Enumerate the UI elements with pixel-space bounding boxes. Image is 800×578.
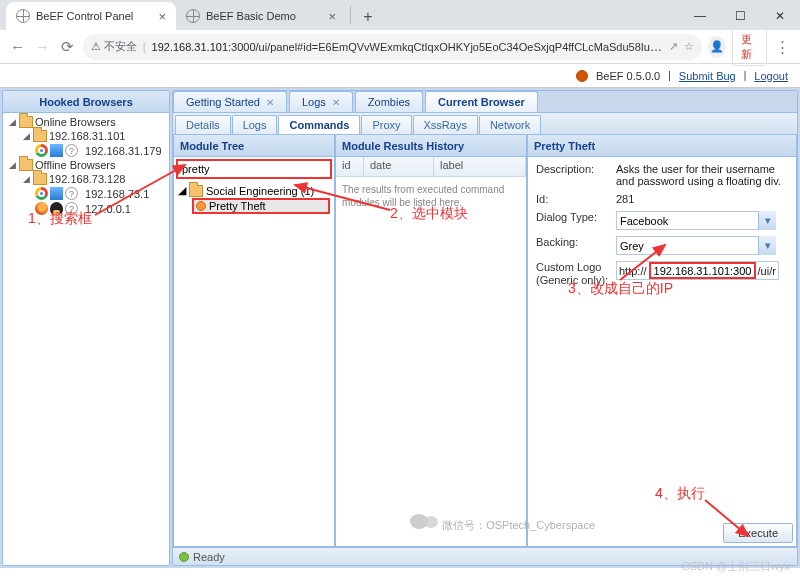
tab-zombies[interactable]: Zombies: [355, 91, 423, 112]
history-empty-msg: The results from executed command module…: [336, 177, 526, 215]
insecure-badge: ⚠ 不安全: [91, 39, 137, 54]
status-bullet-icon: [196, 201, 206, 211]
question-icon: ?: [65, 144, 78, 157]
top-tabs: Getting Started✕ Logs✕ Zombies Current B…: [173, 91, 797, 113]
address-bar[interactable]: ⚠ 不安全 | 192.168.31.101:3000/ui/panel#id=…: [83, 34, 703, 60]
tab-logs-top[interactable]: Logs✕: [289, 91, 353, 112]
tab-getting-started[interactable]: Getting Started✕: [173, 91, 287, 112]
windows-icon: [50, 187, 63, 200]
close-window-button[interactable]: ✕: [760, 2, 800, 30]
subtab-commands[interactable]: Commands: [278, 115, 360, 134]
module-detail-panel: Pretty Theft Description:Asks the user f…: [527, 135, 797, 547]
hooked-browsers-panel: Hooked Browsers ◢Online Browsers ◢192.16…: [2, 90, 170, 566]
close-icon[interactable]: ✕: [332, 97, 340, 108]
module-search-input[interactable]: [176, 159, 332, 179]
subtab-network[interactable]: Network: [479, 115, 541, 134]
forward-button[interactable]: →: [33, 35, 52, 59]
menu-button[interactable]: ⋮: [773, 35, 792, 59]
new-tab-button[interactable]: +: [355, 4, 381, 30]
folder-icon: [19, 116, 33, 128]
main-panel: Getting Started✕ Logs✕ Zombies Current B…: [172, 90, 798, 566]
status-dot-icon: [179, 552, 189, 562]
submit-bug-link[interactable]: Submit Bug: [679, 70, 736, 82]
subtab-details[interactable]: Details: [175, 115, 231, 134]
dialog-type-select[interactable]: [616, 211, 776, 230]
beef-logo-icon: [576, 70, 588, 82]
subtab-logs[interactable]: Logs: [232, 115, 278, 134]
module-tree-panel: Module Tree ◢Social Engineering (1) Pret…: [173, 135, 335, 547]
logo-suffix: /ui/r: [756, 265, 778, 277]
sub-tabs: Details Logs Commands Proxy XssRays Netw…: [173, 113, 797, 135]
module-results-panel: Module Results History id date label The…: [335, 135, 527, 547]
reload-button[interactable]: ⟳: [58, 35, 77, 59]
tree-host[interactable]: ◢192.168.73.128: [19, 172, 167, 186]
question-icon: ?: [65, 202, 78, 215]
offline-browsers-node[interactable]: ◢Offline Browsers: [5, 158, 167, 172]
share-icon[interactable]: ↗: [669, 40, 678, 53]
firefox-icon: [35, 202, 48, 215]
panel-title: Pretty Theft: [528, 135, 796, 157]
close-icon[interactable]: ×: [158, 9, 166, 24]
logo-label: Custom Logo (Generic only):: [536, 261, 616, 287]
globe-icon: [16, 9, 30, 23]
online-browsers-node[interactable]: ◢Online Browsers: [5, 115, 167, 129]
update-button[interactable]: 更新: [732, 28, 767, 66]
dialog-label: Dialog Type:: [536, 211, 616, 223]
url-text: 192.168.31.101:3000/ui/panel#id=E6EmQVvW…: [152, 40, 664, 54]
panel-title: Hooked Browsers: [3, 91, 169, 113]
chrome-icon: [35, 187, 48, 200]
star-icon[interactable]: ☆: [684, 40, 694, 53]
folder-icon: [189, 185, 203, 197]
history-columns: id date label: [336, 157, 526, 177]
profile-avatar[interactable]: 👤: [708, 36, 725, 58]
tree-host[interactable]: ◢192.168.31.101: [19, 129, 167, 143]
close-icon[interactable]: ×: [328, 9, 336, 24]
panel-title: Module Tree: [174, 135, 334, 157]
maximize-button[interactable]: ☐: [720, 2, 760, 30]
tab-title: BeEF Basic Demo: [206, 10, 322, 22]
app-header: BeEF 0.5.0.0 | Submit Bug | Logout: [0, 64, 800, 88]
version-label: BeEF 0.5.0.0: [596, 70, 660, 82]
id-label: Id:: [536, 193, 616, 205]
id-value: 281: [616, 193, 788, 205]
desc-label: Description:: [536, 163, 616, 175]
tree-browser[interactable]: ? 192.168.73.1: [33, 186, 167, 201]
module-item-pretty-theft[interactable]: Pretty Theft: [192, 198, 330, 214]
panel-title: Module Results History: [336, 135, 526, 157]
tree-browser[interactable]: ? 192.168.31.179: [33, 143, 167, 158]
subtab-proxy[interactable]: Proxy: [361, 115, 411, 134]
folder-icon: [19, 159, 33, 171]
folder-icon: [33, 173, 47, 185]
status-bar: Ready: [173, 547, 797, 565]
tree-browser[interactable]: ? 127.0.0.1: [33, 201, 167, 216]
browser-tab[interactable]: BeEF Basic Demo ×: [176, 2, 346, 30]
back-button[interactable]: ←: [8, 35, 27, 59]
backing-select[interactable]: [616, 236, 776, 255]
browser-tab-active[interactable]: BeEF Control Panel ×: [6, 2, 176, 30]
subtab-xssrays[interactable]: XssRays: [413, 115, 478, 134]
question-icon: ?: [65, 187, 78, 200]
minimize-button[interactable]: —: [680, 2, 720, 30]
desc-value: Asks the user for their username and pas…: [616, 163, 788, 187]
execute-button[interactable]: Execute: [723, 523, 793, 543]
backing-label: Backing:: [536, 236, 616, 248]
chrome-icon: [35, 144, 48, 157]
tab-title: BeEF Control Panel: [36, 10, 152, 22]
module-folder[interactable]: ◢Social Engineering (1): [178, 183, 330, 198]
folder-icon: [33, 130, 47, 142]
globe-icon: [186, 9, 200, 23]
linux-icon: [50, 202, 63, 215]
close-icon[interactable]: ✕: [266, 97, 274, 108]
tab-current-browser[interactable]: Current Browser: [425, 91, 538, 112]
windows-icon: [50, 144, 63, 157]
custom-logo-input[interactable]: [649, 262, 756, 279]
logout-link[interactable]: Logout: [754, 70, 788, 82]
logo-prefix: http://: [617, 265, 649, 277]
browser-chrome: BeEF Control Panel × BeEF Basic Demo × +…: [0, 0, 800, 64]
